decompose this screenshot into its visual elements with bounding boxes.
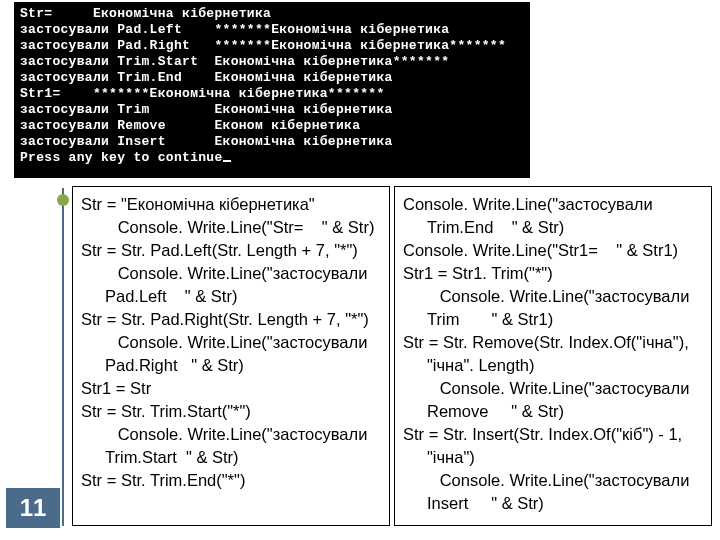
code-right-column: Console. Write.Line("застосували Trim.En… xyxy=(394,186,712,526)
code-line: Str = Str. Trim.Start("*") xyxy=(81,400,381,423)
code-line: Console. Write.Line("застосували Insert … xyxy=(403,469,703,515)
code-line: Str = Str. Remove(Str. Index.Of("ічна"),… xyxy=(403,331,703,377)
bullet-icon xyxy=(57,194,69,206)
page-number-text: 11 xyxy=(20,494,47,522)
code-line: Console. Write.Line("Str= " & Str) xyxy=(81,216,381,239)
code-line: Console. Write.Line("застосували Remove … xyxy=(403,377,703,423)
code-line: Console. Write.Line("застосували Pad.Lef… xyxy=(81,262,381,308)
code-line: Str1 = Str1. Trim("*") xyxy=(403,262,703,285)
code-line: Str = "Економічна кібернетика" xyxy=(81,193,381,216)
code-line: Str1 = Str xyxy=(81,377,381,400)
code-line: Str = Str. Insert(Str. Index.Of("кіб") -… xyxy=(403,423,703,469)
code-line: Console. Write.Line("застосували Trim.En… xyxy=(403,193,703,239)
code-line: Str = Str. Pad.Right(Str. Length + 7, "*… xyxy=(81,308,381,331)
code-left-column: Str = "Економічна кібернетика" Console. … xyxy=(72,186,390,526)
code-line: Str = Str. Trim.End("*") xyxy=(81,469,381,492)
code-snippets: Str = "Економічна кібернетика" Console. … xyxy=(72,186,712,526)
code-line: Console. Write.Line("Str1= " & Str1) xyxy=(403,239,703,262)
console-output: Str= Економічна кібернетика застосували … xyxy=(14,2,530,178)
code-line: Console. Write.Line("застосували Trim " … xyxy=(403,285,703,331)
vertical-rule xyxy=(62,188,64,526)
code-line: Str = Str. Pad.Left(Str. Length + 7, "*"… xyxy=(81,239,381,262)
cursor-icon xyxy=(223,160,231,162)
code-line: Console. Write.Line("застосували Pad.Rig… xyxy=(81,331,381,377)
code-line: Console. Write.Line("застосували Trim.St… xyxy=(81,423,381,469)
page-number: 11 xyxy=(6,488,60,528)
